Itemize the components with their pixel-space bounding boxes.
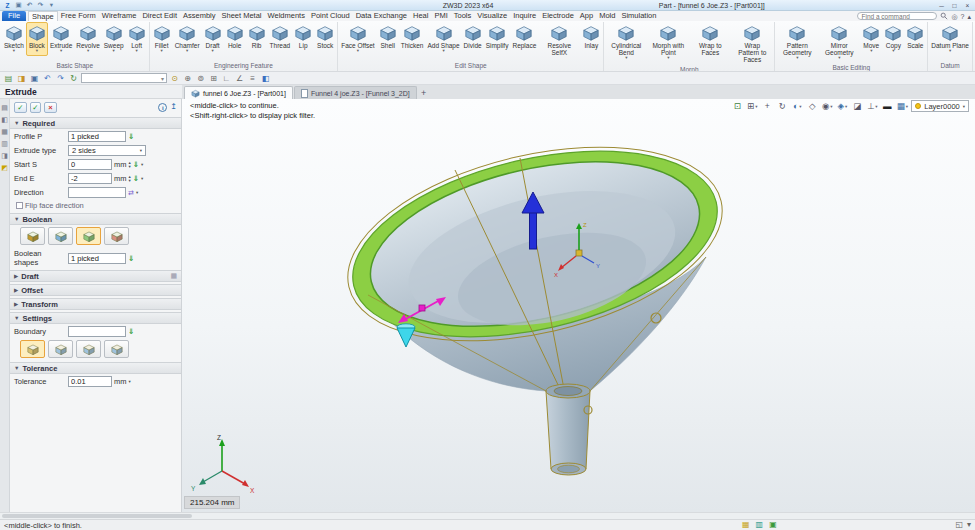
boolean-shapes-input[interactable] (68, 253, 126, 264)
profile-input[interactable] (68, 131, 126, 142)
tool-shell[interactable]: Shell▾ (377, 22, 399, 51)
workspace-icon[interactable]: ◎ (951, 12, 957, 21)
selection-filter-icon[interactable]: ⊙ (169, 73, 180, 84)
line-weight-icon[interactable]: ≡ (247, 73, 258, 84)
tool-revolve[interactable]: Revolve▾ (74, 22, 101, 56)
menu-tab-direct-edit[interactable]: Direct Edit (139, 11, 180, 21)
menu-tab-pmi[interactable]: PMI (431, 11, 450, 21)
tool-stock[interactable]: Stock▾ (314, 22, 336, 51)
zoom-window-icon[interactable]: ⊞▾ (746, 100, 758, 112)
pick-list-icon[interactable]: ⇓ (128, 132, 134, 141)
file-save-icon[interactable]: ▣ (29, 73, 40, 84)
menu-tab-visualize[interactable]: Visualize (474, 11, 510, 21)
tool-chamfer[interactable]: Chamfer▾ (173, 22, 202, 56)
section-transform[interactable]: ▶ Transform (10, 298, 181, 310)
tool-simplify[interactable]: Simplify▾ (484, 22, 511, 51)
command-search-input[interactable] (857, 12, 937, 20)
multi-screen-icon[interactable]: ▦▾ (896, 100, 908, 112)
vision-manager-icon[interactable]: ▦ (1, 128, 8, 135)
minimize-button[interactable]: ─ (937, 1, 946, 10)
boolean-base-icon[interactable] (20, 227, 45, 245)
pick-list-icon[interactable]: ⇓ (128, 327, 134, 336)
menu-tab-simulation[interactable]: Simulation (618, 11, 659, 21)
apply-button[interactable]: ✓ (30, 102, 41, 113)
pick-style-icon[interactable]: ⊕ (182, 73, 193, 84)
tool-move[interactable]: Move▾ (860, 22, 882, 56)
grid-icon[interactable]: ⊞ (208, 73, 219, 84)
file-browser-icon[interactable]: ◨ (1, 152, 8, 159)
tool-wrap-to-faces[interactable]: Wrap to Faces▾ (689, 22, 731, 58)
tool-draft[interactable]: Draft▾ (202, 22, 224, 56)
graphics-viewport[interactable]: ⊡▾⊞▾+▾↻▾◐▾◇▾◉▾◈▾◪▾⊥▾▬▾▦▾ Layer0000 ▾ <mi… (182, 99, 975, 512)
dropdown-arrow-icon[interactable]: ▾ (136, 190, 138, 195)
tool-thread[interactable]: Thread▾ (268, 22, 293, 51)
menu-tab-free-form[interactable]: Free Form (58, 11, 99, 21)
boolean-add-icon[interactable] (48, 227, 73, 245)
expression-icon[interactable]: ⇓ (133, 174, 139, 183)
menu-tab-inquire[interactable]: Inquire (510, 11, 539, 21)
help-icon[interactable]: ? (961, 12, 965, 21)
tool-face-offset[interactable]: Face Offset▾ (339, 22, 376, 56)
boundary-cap-start-icon[interactable] (48, 340, 73, 358)
app-logo-icon[interactable]: Z (3, 1, 12, 10)
dropdown-arrow-icon[interactable]: ▾ (141, 162, 143, 167)
layer-combo[interactable]: Layer0000 ▾ (911, 100, 969, 112)
new-tab-button[interactable]: + (418, 87, 430, 99)
undo-icon[interactable]: ↶ (42, 73, 53, 84)
color-icon[interactable]: ◧ (260, 73, 271, 84)
view-orientation-icon[interactable]: ◈▾ (836, 100, 848, 112)
entity-filter-combo[interactable]: ▾ (81, 73, 167, 83)
pan-view-icon[interactable]: +▾ (761, 100, 773, 112)
extrude-type-select[interactable]: 2 sides▾ (68, 145, 146, 156)
show-hide-manager-icon[interactable]: ▤ (1, 104, 8, 111)
tool-replace[interactable]: Replace▾ (510, 22, 538, 51)
clipboard-icon[interactable]: ▥ (756, 520, 764, 530)
doc-tab-part[interactable]: funnel 6 Joe.Z3 - [Part001] (184, 86, 293, 99)
expression-icon[interactable]: ⇓ (133, 160, 139, 169)
menu-tab-file[interactable]: File (2, 11, 26, 21)
tool-morph-with-point[interactable]: Morph with Point▾ (647, 22, 689, 63)
role-icon[interactable]: ◩ (1, 164, 8, 171)
tool-inlay[interactable]: Inlay▾ (580, 22, 602, 51)
angle-icon[interactable]: ∠ (234, 73, 245, 84)
refit-view-icon[interactable]: ⊡▾ (731, 100, 743, 112)
snap-icon[interactable]: ⊚ (195, 73, 206, 84)
tool-rib[interactable]: Rib▾ (246, 22, 268, 51)
boundary-cap-both-icon[interactable] (104, 340, 129, 358)
doc-tab-sheet[interactable]: Funnel 4 joe.Z3 - [Funnel 3_2D] (294, 86, 417, 99)
section-tolerance[interactable]: ▼ Tolerance (10, 362, 181, 374)
start-input[interactable] (68, 159, 112, 170)
tool-sketch[interactable]: Sketch▾ (2, 22, 26, 56)
spinner[interactable]: ▴▾ (129, 175, 131, 183)
dropdown-arrow-icon[interactable]: ▾ (129, 379, 131, 384)
expand-status-icon[interactable]: ◱ (955, 520, 963, 530)
tool-thicken[interactable]: Thicken▾ (399, 22, 426, 51)
ok-button[interactable]: ✓ (14, 102, 27, 113)
section-draft[interactable]: ▶ Draft ▦ (10, 270, 181, 282)
shade-mode-icon[interactable]: ◐▾ (791, 100, 803, 112)
ortho-icon[interactable]: ∟ (221, 73, 232, 84)
view-manager-icon[interactable]: ◧ (1, 116, 8, 123)
dropdown-arrow-icon[interactable]: ▾ (141, 176, 143, 181)
menu-tab-weldments[interactable]: Weldments (265, 11, 308, 21)
tool-mirror-geometry[interactable]: Mirror Geometry▾ (818, 22, 860, 63)
tolerance-input[interactable] (68, 376, 112, 387)
tool-hole[interactable]: Hole▾ (224, 22, 246, 51)
section-options-icon[interactable]: ▦ (170, 272, 177, 280)
datum-display-icon[interactable]: ⊥▾ (866, 100, 878, 112)
menu-tab-shape[interactable]: Shape (28, 11, 58, 21)
funnel-tube[interactable] (546, 391, 590, 469)
status-options-icon[interactable]: ▾ (967, 520, 971, 530)
file-new-icon[interactable]: ▤ (3, 73, 14, 84)
info-icon[interactable]: i (158, 103, 167, 112)
tool-loft[interactable]: Loft▾ (126, 22, 148, 56)
boolean-intersect-icon[interactable] (104, 227, 129, 245)
close-button[interactable]: × (963, 1, 972, 10)
spinner[interactable]: ▴▾ (129, 161, 131, 169)
boundary-default-icon[interactable] (20, 340, 45, 358)
menu-tab-mold[interactable]: Mold (596, 11, 618, 21)
background-icon[interactable]: ▬▾ (881, 100, 893, 112)
tool-fillet[interactable]: Fillet▾ (151, 22, 173, 56)
tool-cylindrical-bend[interactable]: Cylindrical Bend▾ (605, 22, 647, 63)
menu-tab-tools[interactable]: Tools (451, 11, 475, 21)
